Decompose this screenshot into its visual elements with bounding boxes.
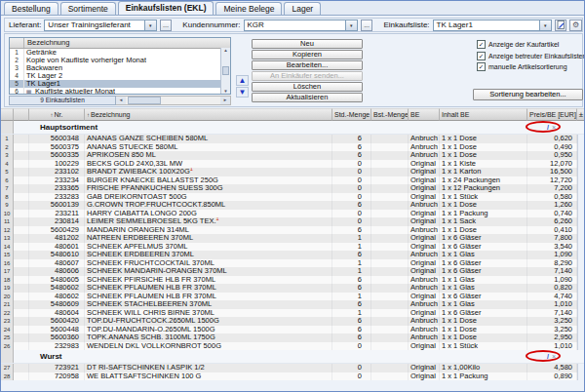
table-row[interactable]: 95600139G.CROWN TROP.FRUCHTCOCKT.850ML6A…	[1, 201, 585, 210]
table-row[interactable]: 27723921DT RI-SAFTSCHINKEN I.ASPIK 1/20O…	[1, 364, 585, 372]
table-row[interactable]: 155480610SCHNEEK ERDBEEREN 370ML6Anbruch…	[1, 251, 585, 259]
edit-group-icon[interactable]: /	[547, 121, 549, 134]
bst-menge-cell	[371, 143, 409, 152]
kopieren-button[interactable]: Kopieren	[252, 50, 363, 59]
checkbox-icon[interactable]: ✓	[477, 40, 486, 49]
scroll-strip-cell	[577, 193, 585, 202]
scroll-left-icon[interactable]: ◄	[116, 97, 126, 104]
table-row[interactable]: 35600335APRIKOSEN 850 ML6Anbruch1 x 1 Do…	[1, 151, 585, 160]
kundennummer-more-button[interactable]: ...	[361, 20, 373, 31]
move-up-button[interactable]: ▲	[236, 75, 249, 86]
spacer-cell	[14, 326, 29, 334]
column-header-preis[interactable]: Preis/BE [EUR]	[527, 108, 577, 121]
list-horizontal-scrollbar[interactable]: ◄ ►	[116, 96, 231, 105]
be-cell: Original	[409, 259, 440, 268]
lieferant-more-button[interactable]: ...	[160, 20, 173, 31]
table-row[interactable]: 28720958WE BLATTSAFTSCHINKEN 100 G0Origi…	[1, 372, 585, 381]
bst-menge-cell	[371, 201, 409, 210]
be-cell: Original	[409, 243, 440, 252]
column-control-icon[interactable]: ±	[577, 108, 585, 121]
an-einkäufer-senden-button[interactable]: An Einkäufer senden...	[252, 71, 363, 81]
chevron-down-icon[interactable]: ▾	[144, 20, 156, 30]
list-item[interactable]: 1Getränke	[10, 49, 230, 57]
table-row[interactable]: 14480601SCHNEEK APFELMUS 370ML1Original1…	[1, 243, 585, 252]
tab-lager[interactable]: Lager	[284, 2, 321, 15]
scroll-strip-cell	[577, 176, 585, 185]
table-row[interactable]: 7233365FRISCHE PFANNKUCHEN SUESS 300G0Or…	[1, 184, 585, 193]
tab-einkaufslisten-ekl[interactable]: Einkaufslisten (EKL)	[118, 1, 214, 15]
table-row[interactable]: 22480604SCHNEEK WILL CHRIS BIRNE 370ML1O…	[1, 309, 585, 318]
std-menge-cell: 6	[332, 326, 371, 334]
inhalt-be-cell: 1 x 6 Gläser	[440, 309, 527, 318]
table-row[interactable]: 215480609SCHNEEK STACHELBEEREN 370ML6Anb…	[1, 300, 585, 309]
column-header-be[interactable]: BE	[409, 108, 440, 121]
kundennummer-combo[interactable]: KGR ▾	[244, 20, 358, 31]
table-row[interactable]: 16480607SCHNEEK FRUCHTCOCKTAIL 370ML1Ori…	[1, 259, 585, 268]
settings-gear-button[interactable]: ⚙	[569, 20, 582, 31]
table-row[interactable]: 20480602SCHNEEK PFLAUMEN HLB FR 370ML1Or…	[1, 293, 585, 301]
std-menge-cell: 1	[332, 309, 371, 318]
column-header-bst-menge[interactable]: Bst.-Menge	[371, 108, 409, 121]
table-row[interactable]: 15600348ANANAS GANZE SCHEIBEN 580ML6Anbr…	[1, 135, 585, 143]
list-item[interactable]: 2Kopie von Kaufliste vorheriger Monat	[10, 57, 230, 64]
tab-sortimente[interactable]: Sortimente	[60, 2, 116, 15]
scrollbar-track[interactable]	[126, 97, 220, 104]
table-row[interactable]: 26232983WENDELN DKL VOLLKORNBROT 500G0Or…	[1, 342, 585, 351]
column-header-nr[interactable]: ↑Nr.	[29, 108, 85, 121]
tab-bestellung[interactable]: Bestellung	[4, 2, 58, 15]
list-header[interactable]: Bezeichnung	[10, 38, 230, 49]
spacer-cell	[14, 201, 29, 210]
edit-list-icon-button[interactable]	[555, 20, 567, 31]
table-row[interactable]: 195480602SCHNEEK PFLAUMEN HLB FR 370ML6A…	[1, 284, 585, 293]
scroll-right-icon[interactable]: ►	[220, 97, 230, 104]
table-row[interactable]: 25600375ANANAS STUECKE 580ML6Anbruch1 x …	[1, 143, 585, 152]
table-row[interactable]: 6233234BURGER KNAECKE BALLASTST 250G0Ori…	[1, 176, 585, 185]
table-row[interactable]: 245600448TOP.DU-MANDARIN-O.2650ML 1500G6…	[1, 326, 585, 334]
chevron-down-icon[interactable]: ▾	[539, 20, 551, 30]
table-row[interactable]: 125600429MANDARIN ORANGEN 314ML6Anbruch1…	[1, 226, 585, 235]
sortierung-bearbeiten-button[interactable]: Sortierung bearbeiten...	[473, 89, 583, 100]
list-item[interactable]: 5TK Lager1	[10, 80, 230, 88]
table-row[interactable]: 11230814LEIMER SEMMELBROESEL 5KG TEX.10O…	[1, 217, 585, 226]
list-item[interactable]: 6▦Kaufliste aktueller Monat	[10, 88, 230, 95]
table-row[interactable]: 8233283GAB DREIKORNTOAST 500G0Original1 …	[1, 193, 585, 202]
einkaufsliste-combo[interactable]: TK Lager1 ▾	[433, 20, 552, 31]
checkbox-manuelle-artikelsortierung[interactable]: ✓manuelle Artikelsortierung	[477, 62, 585, 71]
table-row[interactable]: 185480605SCHNEEK PFIRSICHE HLB FR 370ML6…	[1, 276, 585, 285]
scrollbar-thumb[interactable]	[128, 97, 161, 104]
scroll-down-icon[interactable]: ▼	[223, 89, 227, 94]
checkbox-icon[interactable]: ✓	[477, 52, 486, 60]
delete-group-icon[interactable]: ×	[552, 350, 556, 363]
chevron-down-icon[interactable]: ▾	[345, 20, 357, 30]
list-item[interactable]: 4TK Lager 2	[10, 72, 230, 80]
table-row[interactable]: 255600360TOPK.ANANAS SCHB. 3100ML 1750G6…	[1, 333, 585, 342]
table-row[interactable]: 10233211HARRY CIABATTA LONGO 200G0Origin…	[1, 210, 585, 218]
bearbeiten-button[interactable]: Bearbeiten...	[252, 60, 363, 70]
edit-group-icon[interactable]: /	[547, 350, 549, 363]
list-vertical-scrollbar[interactable]: ▲ ▼	[220, 48, 230, 94]
column-header-bezeichnung[interactable]: ↑Bezeichnung	[85, 108, 332, 121]
lieferant-combo[interactable]: Unser Trainingslieferant ▾	[44, 20, 156, 31]
löschen-button[interactable]: Löschen	[252, 82, 363, 92]
spacer-cell	[14, 333, 29, 342]
table-row[interactable]: 4100229BECKS GOLD 24X0,33L MW0Original1 …	[1, 160, 585, 169]
table-row[interactable]: 13481202NATREEN ERDBEEREN 370ML1Original…	[1, 234, 585, 243]
checkbox-anzeige-der-kaufartikel[interactable]: ✓Anzeige der Kaufartikel	[477, 40, 585, 49]
checkbox-icon[interactable]: ✓	[477, 62, 486, 71]
move-down-button[interactable]: ▼	[236, 87, 249, 98]
neu-button[interactable]: Neu	[252, 39, 363, 49]
scrollbar-thumb[interactable]	[222, 66, 229, 75]
preis-cell: 16,500	[527, 168, 577, 176]
checkbox-anzeige-betreuter-einkaufslisten[interactable]: ✓Anzeige betreuter Einkaufslisten	[477, 52, 585, 60]
scroll-up-icon[interactable]: ▲	[223, 48, 227, 53]
table-row[interactable]: 5233102BRANDT ZWIEBACK 100X20G10Original…	[1, 168, 585, 176]
bezeichnung-cell: SCHNEEK MANDARIN-ORANGEN 370ML	[85, 267, 332, 276]
aktualisieren-button[interactable]: Aktualisieren	[252, 93, 363, 102]
list-item[interactable]: 3Backwaren	[10, 64, 230, 72]
table-row[interactable]: 17480606SCHNEEK MANDARIN-ORANGEN 370ML1O…	[1, 267, 585, 276]
column-header-std-menge[interactable]: Std.-Menge	[332, 108, 371, 121]
table-row[interactable]: 235600420TOP.DU-FRUCHTCOCK.2650ML 1500G6…	[1, 317, 585, 326]
tab-meine-belege[interactable]: Meine Belege	[215, 2, 282, 15]
column-header-inhalt-be[interactable]: Inhalt BE	[440, 108, 527, 121]
delete-group-icon[interactable]: ×	[552, 121, 556, 134]
